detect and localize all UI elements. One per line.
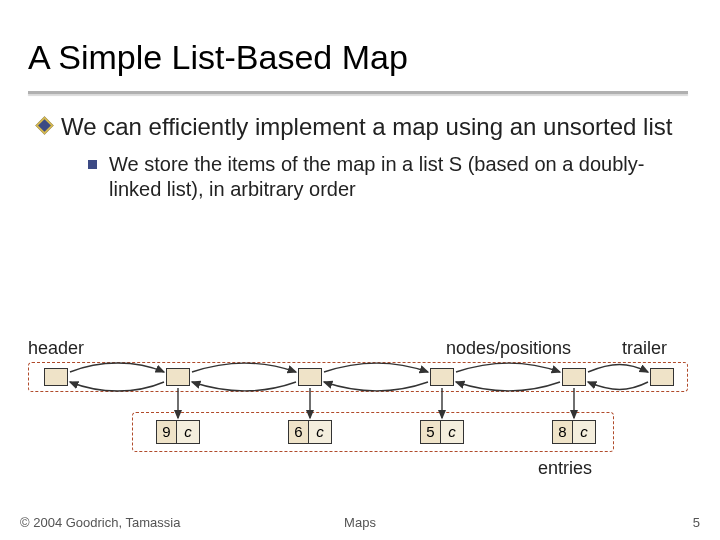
footer-copyright: © 2004 Goodrich, Tamassia	[20, 515, 180, 530]
sub-bullet-1: We store the items of the map in a list …	[88, 152, 692, 202]
bullet-1-text: We can efficiently implement a map using…	[61, 112, 672, 142]
sub-bullet-1-text: We store the items of the map in a list …	[109, 152, 692, 202]
square-icon	[88, 160, 97, 169]
diamond-icon	[35, 116, 53, 134]
footer-center: Maps	[344, 515, 376, 530]
linked-list-diagram: header nodes/positions trailer 9 c 6 c 5…	[28, 338, 692, 468]
title-underline	[28, 91, 688, 94]
footer: © 2004 Goodrich, Tamassia Maps 5	[20, 515, 700, 530]
footer-page-number: 5	[693, 515, 700, 530]
slide-title: A Simple List-Based Map	[28, 28, 692, 91]
bullet-1: We can efficiently implement a map using…	[38, 112, 692, 142]
arrows-svg	[28, 338, 692, 468]
